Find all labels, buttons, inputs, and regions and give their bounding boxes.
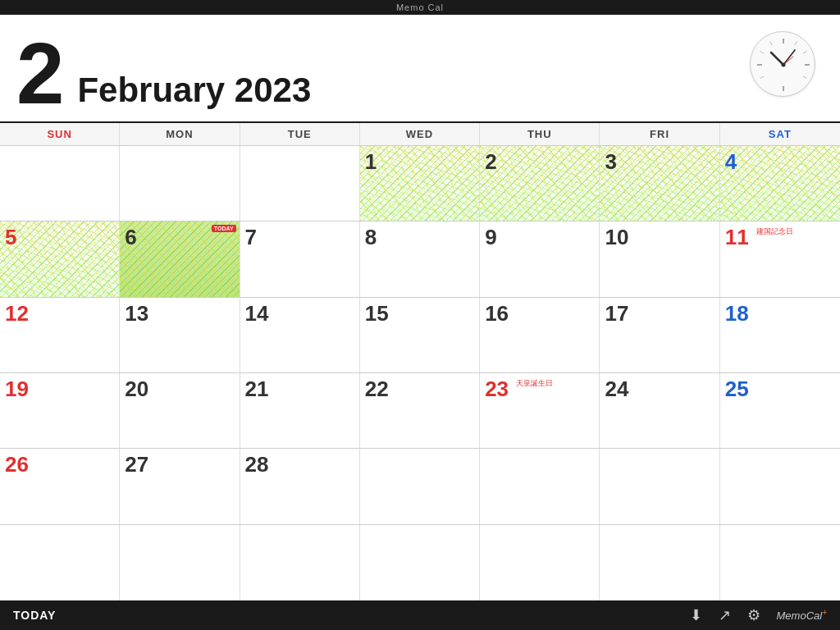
app-suffix: + [822, 608, 827, 617]
date-1: 1 [365, 149, 377, 174]
calendar-header: 2 February 2023 [0, 15, 840, 121]
day-header-wed: WED [360, 123, 480, 145]
svg-point-13 [782, 63, 786, 67]
calendar-body: 1 2 3 4 5 6 TODAY [0, 146, 840, 600]
date-17: 17 [605, 301, 628, 326]
date-4: 4 [725, 149, 737, 174]
cell-w5-wed[interactable] [360, 449, 480, 523]
cell-w6-mon[interactable] [120, 525, 240, 600]
cell-feb-1[interactable]: 1 [360, 146, 480, 221]
top-bar: Memo Cal [0, 0, 840, 15]
day-header-fri: FRI [600, 123, 719, 145]
svg-line-8 [760, 76, 765, 79]
date-11: 11 [725, 225, 749, 249]
calendar-week-5: 26 27 28 [0, 449, 840, 524]
bottom-bar: TODAY ⬇ ↗ ⚙ MemoCal+ [0, 600, 840, 630]
cell-feb-6[interactable]: 6 TODAY [120, 221, 240, 296]
date-15: 15 [365, 301, 389, 326]
date-16: 16 [485, 301, 509, 326]
main-content: 2 February 2023 [0, 15, 840, 600]
cell-w6-tue[interactable] [240, 525, 360, 600]
cell-feb-28[interactable]: 28 [240, 449, 360, 523]
cell-feb-22[interactable]: 22 [360, 373, 480, 448]
today-badge: TODAY [212, 225, 236, 232]
holiday-label-11: 建国記念日 [756, 226, 793, 237]
date-20: 20 [125, 377, 148, 401]
cell-feb-14[interactable]: 14 [240, 298, 360, 372]
cell-feb-7[interactable]: 7 [240, 221, 360, 296]
cell-w5-fri[interactable] [600, 449, 719, 523]
calendar-week-3: 12 13 14 15 16 17 18 [0, 298, 840, 373]
app-title: Memo Cal [396, 2, 444, 12]
bottom-icons: ⬇ ↗ ⚙ MemoCal+ [690, 606, 827, 624]
date-23: 23 [485, 377, 509, 401]
date-27: 27 [125, 452, 148, 477]
date-18: 18 [725, 301, 749, 326]
month-title: February 2023 [77, 71, 311, 116]
svg-line-10 [771, 52, 783, 65]
date-22: 22 [365, 377, 389, 401]
date-14: 14 [245, 301, 269, 326]
cell-w1-tue[interactable] [240, 146, 360, 221]
calendar-week-2: 5 6 TODAY 7 8 9 10 11 [0, 221, 840, 297]
svg-line-5 [770, 42, 773, 46]
date-12: 12 [5, 301, 29, 326]
calendar-week-6 [0, 525, 840, 600]
cell-feb-20[interactable]: 20 [120, 373, 240, 448]
app-name-bottom: MemoCal+ [777, 608, 827, 622]
date-2: 2 [485, 149, 496, 174]
download-icon[interactable]: ⬇ [690, 606, 702, 624]
cell-feb-4[interactable]: 4 [720, 146, 840, 221]
cell-w5-thu[interactable] [480, 449, 600, 523]
day-headers-row: SUN MON TUE WED THU FRI SAT [0, 123, 840, 146]
clock-face [750, 31, 815, 97]
date-25: 25 [725, 377, 749, 401]
cell-feb-16[interactable]: 16 [480, 298, 600, 372]
settings-icon[interactable]: ⚙ [747, 606, 760, 624]
date-5: 5 [5, 225, 16, 249]
cell-feb-23[interactable]: 23 天皇誕生日 [480, 373, 600, 448]
cell-feb-10[interactable]: 10 [600, 221, 719, 296]
cell-feb-12[interactable]: 12 [0, 298, 120, 372]
cell-w1-sun[interactable] [0, 146, 120, 221]
svg-line-4 [795, 42, 797, 46]
date-7: 7 [245, 225, 257, 249]
svg-line-7 [803, 52, 807, 54]
cell-feb-9[interactable]: 9 [480, 221, 600, 296]
cell-w5-sat[interactable] [720, 449, 840, 523]
cell-w6-thu[interactable] [480, 525, 600, 600]
cell-feb-17[interactable]: 17 [600, 298, 719, 372]
cell-w6-sun[interactable] [0, 525, 120, 600]
day-header-tue: TUE [240, 123, 360, 145]
date-9: 9 [485, 225, 496, 249]
date-8: 8 [365, 225, 377, 249]
cell-feb-2[interactable]: 2 [480, 146, 600, 221]
today-button[interactable]: TODAY [13, 609, 56, 622]
cell-w6-sat[interactable] [720, 525, 840, 600]
cell-feb-19[interactable]: 19 [0, 373, 120, 448]
svg-line-9 [760, 52, 765, 54]
cell-feb-15[interactable]: 15 [360, 298, 480, 372]
svg-line-6 [803, 76, 807, 79]
cell-feb-21[interactable]: 21 [240, 373, 360, 448]
day-header-thu: THU [480, 123, 600, 145]
share-icon[interactable]: ↗ [719, 606, 731, 624]
date-28: 28 [245, 452, 269, 477]
cell-feb-5[interactable]: 5 [0, 221, 120, 296]
cell-feb-3[interactable]: 3 [600, 146, 719, 221]
date-21: 21 [245, 377, 269, 401]
cell-feb-24[interactable]: 24 [600, 373, 719, 448]
cell-feb-13[interactable]: 13 [120, 298, 240, 372]
cell-w6-wed[interactable] [360, 525, 480, 600]
cell-feb-11[interactable]: 11 建国記念日 [720, 221, 840, 296]
cell-feb-18[interactable]: 18 [720, 298, 840, 372]
day-header-sat: SAT [720, 123, 840, 145]
cell-feb-27[interactable]: 27 [120, 449, 240, 523]
calendar-week-1: 1 2 3 4 [0, 146, 840, 221]
date-26: 26 [5, 452, 29, 477]
cell-w6-fri[interactable] [600, 525, 719, 600]
cell-feb-8[interactable]: 8 [360, 221, 480, 296]
cell-w1-mon[interactable] [120, 146, 240, 221]
cell-feb-25[interactable]: 25 [720, 373, 840, 448]
cell-feb-26[interactable]: 26 [0, 449, 120, 523]
